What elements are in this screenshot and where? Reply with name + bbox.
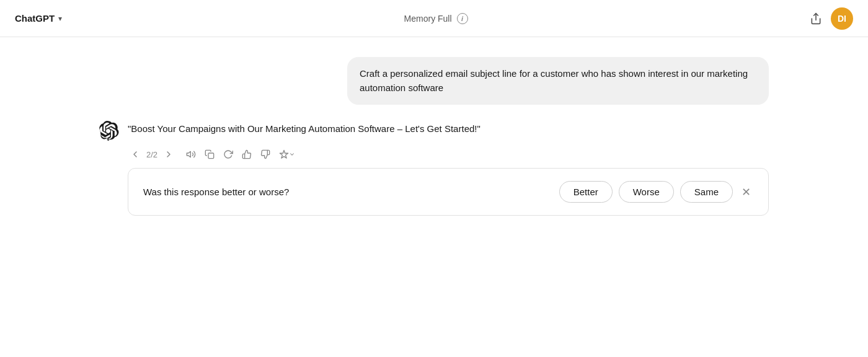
svg-rect-2 <box>208 153 214 159</box>
feedback-question: Was this response better or worse? <box>143 187 289 197</box>
feedback-buttons: Better Worse Same ✕ <box>559 181 753 203</box>
same-button[interactable]: Same <box>680 181 733 203</box>
regenerate-button[interactable] <box>221 147 236 162</box>
nav-next-button[interactable] <box>161 147 176 162</box>
chatgpt-logo-icon <box>99 121 119 141</box>
action-bar: 2/2 <box>99 147 769 162</box>
nav-counter: 2/2 <box>146 150 157 159</box>
memory-status: Memory Full i <box>404 13 468 24</box>
feedback-card: Was this response better or worse? Bette… <box>128 168 769 216</box>
copy-button[interactable] <box>202 147 217 162</box>
assistant-row: "Boost Your Campaigns with Our Marketing… <box>99 120 769 141</box>
more-options-button[interactable] <box>277 147 298 162</box>
user-message-wrapper: Craft a personalized email subject line … <box>99 57 769 105</box>
assistant-text: "Boost Your Campaigns with Our Marketing… <box>128 120 480 136</box>
app-title[interactable]: ChatGPT <box>15 13 55 24</box>
memory-label: Memory Full <box>404 14 452 24</box>
user-bubble: Craft a personalized email subject line … <box>347 57 769 105</box>
share-button[interactable] <box>810 12 822 25</box>
chat-area: Craft a personalized email subject line … <box>0 37 868 236</box>
better-button[interactable]: Better <box>559 181 613 203</box>
chevron-down-icon: ▾ <box>58 14 62 23</box>
svg-marker-1 <box>187 151 190 157</box>
nav-prev-button[interactable] <box>128 147 143 162</box>
topbar-left: ChatGPT ▾ <box>15 13 62 24</box>
thumbs-up-button[interactable] <box>239 147 254 162</box>
topbar: ChatGPT ▾ Memory Full i DI <box>0 0 868 37</box>
info-icon[interactable]: i <box>457 13 468 24</box>
topbar-right: DI <box>810 7 853 30</box>
user-avatar[interactable]: DI <box>831 7 853 30</box>
speak-button[interactable] <box>184 147 198 162</box>
assistant-message: "Boost Your Campaigns with Our Marketing… <box>99 120 769 216</box>
close-feedback-button[interactable]: ✕ <box>739 183 753 201</box>
thumbs-down-button[interactable] <box>258 147 273 162</box>
worse-button[interactable]: Worse <box>619 181 674 203</box>
user-message-text: Craft a personalized email subject line … <box>360 68 748 93</box>
